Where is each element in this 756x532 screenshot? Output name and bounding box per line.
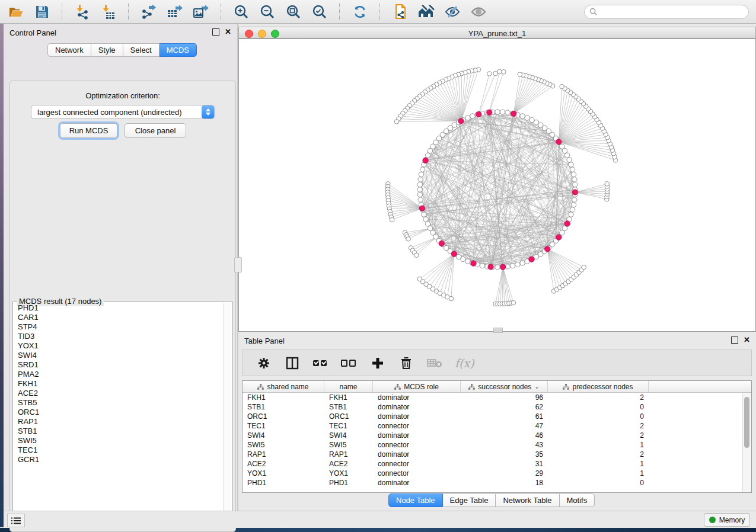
- cell-name[interactable]: STB1: [324, 403, 373, 411]
- mcds-result-item[interactable]: SRD1: [18, 360, 223, 370]
- close-table-panel-icon[interactable]: ✕: [744, 337, 750, 343]
- status-list-button[interactable]: [7, 514, 25, 527]
- export-image-icon[interactable]: [192, 4, 210, 20]
- import-table-icon[interactable]: [100, 4, 117, 20]
- tab-network[interactable]: Network: [47, 43, 91, 57]
- mcds-result-item[interactable]: RAP1: [18, 417, 223, 427]
- column-header-shared-name[interactable]: shared name: [243, 381, 324, 392]
- tab-select[interactable]: Select: [123, 43, 160, 57]
- column-header-MCDS-role[interactable]: MCDS role: [373, 381, 461, 392]
- table-options-gear-icon[interactable]: [256, 355, 272, 371]
- horizontal-splitter-handle[interactable]: [493, 328, 503, 333]
- cell-mcds_role[interactable]: connector: [373, 422, 461, 430]
- mcds-result-item[interactable]: ACE2: [18, 389, 223, 398]
- save-icon[interactable]: [33, 4, 51, 20]
- cell-successor_nodes[interactable]: 61: [461, 412, 548, 421]
- cell-name[interactable]: PHD1: [324, 479, 373, 487]
- table-row[interactable]: STB1STB1dominator620: [243, 402, 751, 412]
- tab-mcds[interactable]: MCDS: [160, 43, 197, 57]
- cell-name[interactable]: RAP1: [324, 450, 373, 459]
- deselect-all-checkboxes-icon[interactable]: [341, 355, 358, 371]
- search-box[interactable]: [584, 5, 749, 19]
- mcds-result-item[interactable]: YOX1: [18, 341, 223, 351]
- cell-predecessor_nodes[interactable]: 2: [548, 393, 649, 402]
- table-row[interactable]: SWI4SWI4dominator462: [243, 431, 751, 440]
- select-all-checkboxes-icon[interactable]: [312, 355, 329, 371]
- export-table-icon[interactable]: [166, 4, 184, 20]
- table-row[interactable]: SWI5SWI5connector431: [243, 440, 751, 450]
- cell-predecessor_nodes[interactable]: 2: [548, 431, 649, 440]
- show-columns-icon[interactable]: [284, 355, 301, 371]
- mcds-result-item[interactable]: TID3: [18, 332, 223, 341]
- table-tab-node-table[interactable]: Node Table: [388, 493, 443, 507]
- network-from-file-icon[interactable]: [391, 4, 409, 20]
- table-tab-motifs[interactable]: Motifs: [560, 493, 595, 507]
- close-panel-icon[interactable]: ✕: [225, 29, 231, 35]
- cell-shared_name[interactable]: FKH1: [243, 393, 324, 402]
- cell-predecessor_nodes[interactable]: 0: [548, 403, 649, 411]
- cell-name[interactable]: SWI5: [324, 441, 373, 449]
- tab-style[interactable]: Style: [91, 43, 123, 57]
- table-row[interactable]: RAP1RAP1dominator352: [243, 450, 751, 459]
- mcds-result-item[interactable]: PMA2: [18, 370, 223, 379]
- close-panel-button[interactable]: Close panel: [125, 123, 186, 138]
- cell-name[interactable]: TEC1: [324, 422, 373, 430]
- mcds-list-scrollbar[interactable]: [223, 303, 231, 518]
- mcds-result-item[interactable]: PHD1: [18, 303, 223, 313]
- cell-shared_name[interactable]: ACE2: [243, 460, 324, 468]
- cell-predecessor_nodes[interactable]: 1: [548, 460, 649, 468]
- delete-table-icon[interactable]: [426, 355, 443, 371]
- cell-mcds_role[interactable]: dominator: [373, 479, 461, 487]
- mcds-result-item[interactable]: FKH1: [18, 379, 223, 389]
- table-row[interactable]: ORC1ORC1dominator610: [243, 412, 751, 421]
- cell-predecessor_nodes[interactable]: 2: [548, 422, 649, 430]
- float-panel-icon[interactable]: [212, 28, 219, 36]
- cell-mcds_role[interactable]: connector: [373, 469, 461, 477]
- cell-successor_nodes[interactable]: 96: [461, 393, 548, 402]
- add-column-icon[interactable]: [369, 355, 386, 371]
- cell-mcds_role[interactable]: dominator: [373, 403, 461, 411]
- cell-successor_nodes[interactable]: 29: [461, 469, 548, 477]
- cell-mcds_role[interactable]: dominator: [373, 412, 461, 421]
- mcds-result-list[interactable]: PHD1CAR1STP4TID3YOX1SWI4SRD1PMA2FKH1ACE2…: [13, 303, 223, 518]
- mcds-result-item[interactable]: ORC1: [18, 408, 223, 417]
- mcds-result-item[interactable]: STB1: [18, 427, 223, 436]
- hide-visual-mapping-icon[interactable]: [444, 4, 461, 20]
- cell-mcds_role[interactable]: dominator: [373, 393, 461, 402]
- run-mcds-button[interactable]: Run MCDS: [60, 123, 117, 138]
- cell-predecessor_nodes[interactable]: 2: [548, 450, 649, 459]
- cell-shared_name[interactable]: YOX1: [243, 469, 324, 477]
- cell-name[interactable]: YOX1: [324, 469, 373, 477]
- cell-mcds_role[interactable]: connector: [373, 441, 461, 449]
- zoom-selected-icon[interactable]: [311, 4, 328, 20]
- cell-predecessor_nodes[interactable]: 1: [548, 469, 649, 477]
- cell-shared_name[interactable]: PHD1: [243, 479, 324, 487]
- cell-successor_nodes[interactable]: 18: [461, 479, 548, 487]
- criterion-dropdown[interactable]: largest connected component (undirected): [31, 105, 215, 119]
- table-row[interactable]: YOX1YOX1connector291: [243, 469, 751, 478]
- export-network-icon[interactable]: [140, 4, 158, 20]
- cell-name[interactable]: SWI4: [324, 431, 373, 440]
- home-networks-icon[interactable]: [417, 4, 435, 20]
- cell-mcds_role[interactable]: dominator: [373, 431, 461, 440]
- cell-shared_name[interactable]: STB1: [243, 403, 324, 411]
- cell-mcds_role[interactable]: dominator: [373, 450, 461, 459]
- cell-predecessor_nodes[interactable]: 0: [548, 479, 649, 487]
- mcds-result-item[interactable]: SWI4: [18, 351, 223, 360]
- column-header-successor-nodes[interactable]: successor nodes⌄: [461, 381, 548, 392]
- table-row[interactable]: PHD1PHD1dominator180: [243, 478, 751, 488]
- cell-shared_name[interactable]: ORC1: [243, 412, 324, 421]
- zoom-out-icon[interactable]: [259, 4, 276, 20]
- mcds-result-item[interactable]: GCR1: [18, 455, 223, 464]
- network-canvas[interactable]: [238, 39, 756, 332]
- table-tab-edge-table[interactable]: Edge Table: [443, 493, 496, 507]
- cell-shared_name[interactable]: RAP1: [243, 450, 324, 459]
- table-scrollbar[interactable]: [742, 393, 751, 492]
- import-network-icon[interactable]: [74, 4, 91, 20]
- cell-name[interactable]: ACE2: [324, 460, 373, 468]
- network-window-titlebar[interactable]: YPA_prune.txt_1: [238, 27, 756, 39]
- vertical-splitter-handle[interactable]: [234, 257, 242, 273]
- table-scrollbar-thumb[interactable]: [744, 397, 749, 448]
- cell-successor_nodes[interactable]: 47: [461, 422, 548, 430]
- cell-predecessor_nodes[interactable]: 0: [548, 412, 649, 421]
